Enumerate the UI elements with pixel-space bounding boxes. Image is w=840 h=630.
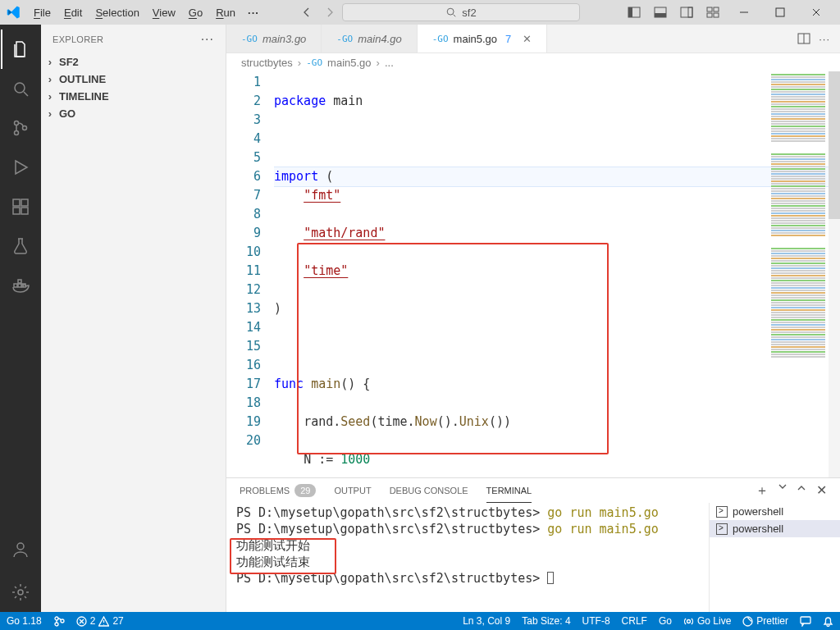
search-text: sf2 <box>462 7 476 19</box>
svg-rect-7 <box>707 7 712 11</box>
status-language[interactable]: Go <box>659 615 672 627</box>
terminal[interactable]: PS D:\mysetup\gopath\src\sf2\structbytes… <box>226 503 709 612</box>
status-feedback-icon[interactable] <box>800 615 811 627</box>
menu-view[interactable]: View <box>147 4 181 21</box>
svg-rect-18 <box>21 208 28 214</box>
status-problems[interactable]: 2 27 <box>76 615 124 627</box>
tree-outline[interactable]: ›OUTLINE <box>41 71 226 88</box>
explorer-more-icon[interactable]: ··· <box>201 32 214 47</box>
tab-more-icon[interactable]: ··· <box>819 33 830 45</box>
layout-right-icon[interactable] <box>674 3 699 21</box>
svg-rect-33 <box>801 617 810 623</box>
menu-run[interactable]: Run <box>210 4 241 21</box>
layout-sidebar-icon[interactable] <box>622 3 646 21</box>
editor-tabs: -GOmain3.go -GOmain4.go -GOmain5.go7✕ ··… <box>226 25 840 53</box>
activity-explorer-icon[interactable] <box>1 30 40 69</box>
status-bar: Go 1.18 2 27 Ln 3, Col 9 Tab Size: 4 UTF… <box>0 612 840 630</box>
svg-rect-10 <box>714 13 719 17</box>
activity-extensions-icon[interactable] <box>1 187 40 226</box>
status-eol[interactable]: CRLF <box>622 615 647 627</box>
status-prettier[interactable]: Prettier <box>742 615 788 627</box>
code-editor[interactable]: 1234567891011121314151617181920 package … <box>226 71 840 477</box>
editor-group: -GOmain3.go -GOmain4.go -GOmain5.go7✕ ··… <box>226 25 840 612</box>
menu-go[interactable]: Go <box>183 4 208 21</box>
status-git-graph[interactable] <box>53 615 65 627</box>
svg-rect-21 <box>18 284 21 287</box>
svg-rect-16 <box>13 199 20 206</box>
activity-account-icon[interactable] <box>1 530 40 569</box>
search-input[interactable]: sf2 <box>342 3 580 21</box>
svg-point-0 <box>447 8 454 15</box>
line-gutter: 1234567891011121314151617181920 <box>226 71 274 477</box>
panel-close-icon[interactable]: ✕ <box>816 482 827 500</box>
activity-settings-icon[interactable] <box>1 573 40 612</box>
status-cursor-pos[interactable]: Ln 3, Col 9 <box>463 615 510 627</box>
svg-point-12 <box>15 83 25 93</box>
menu-selection[interactable]: Selection <box>89 4 144 21</box>
terminal-entry[interactable]: powershell <box>710 520 840 537</box>
panel-tab-problems[interactable]: PROBLEMS29 <box>240 478 316 503</box>
svg-rect-17 <box>13 208 20 214</box>
scrollbar[interactable] <box>829 71 840 477</box>
status-encoding[interactable]: UTF-8 <box>582 615 610 627</box>
nav-back-icon[interactable] <box>296 3 317 21</box>
panel-maximize-icon[interactable] <box>797 482 806 500</box>
status-go-version[interactable]: Go 1.18 <box>7 615 42 627</box>
svg-point-14 <box>15 131 19 135</box>
menu-more[interactable]: ··· <box>243 3 264 22</box>
svg-rect-2 <box>628 7 632 17</box>
window-close-icon[interactable] <box>799 0 833 25</box>
close-icon[interactable]: ✕ <box>523 33 532 45</box>
terminal-new-icon[interactable]: ＋ <box>756 482 769 500</box>
tree-folder-sf2[interactable]: ›SF2 <box>41 53 226 71</box>
svg-point-24 <box>17 543 24 550</box>
go-file-icon: -GO <box>306 57 322 68</box>
svg-rect-9 <box>707 13 712 17</box>
svg-point-15 <box>23 126 27 130</box>
window-minimize-icon[interactable] <box>727 0 761 25</box>
svg-point-25 <box>18 590 23 595</box>
tab-main5[interactable]: -GOmain5.go7✕ <box>418 25 548 52</box>
layout-panel-icon[interactable] <box>648 3 673 21</box>
menu-file[interactable]: File <box>28 4 57 21</box>
tree-timeline[interactable]: ›TIMELINE <box>41 88 226 105</box>
svg-rect-4 <box>655 13 666 17</box>
code-area[interactable]: package main import ( "fmt" "math/rand" … <box>274 71 840 477</box>
svg-rect-5 <box>681 7 692 17</box>
terminal-icon <box>716 523 728 535</box>
vscode-logo-icon <box>7 5 21 20</box>
status-bell-icon[interactable] <box>823 616 833 627</box>
activity-scm-icon[interactable] <box>1 108 40 148</box>
terminal-icon <box>716 506 728 518</box>
tab-main3[interactable]: -GOmain3.go <box>226 25 322 52</box>
status-tab-size[interactable]: Tab Size: 4 <box>522 615 570 627</box>
svg-rect-20 <box>14 284 17 287</box>
terminal-list: powershell powershell <box>709 503 840 612</box>
activity-beaker-icon[interactable] <box>1 226 40 266</box>
go-file-icon: -GO <box>336 34 353 44</box>
status-go-live[interactable]: Go Live <box>683 615 731 627</box>
terminal-entry[interactable]: powershell <box>710 503 840 520</box>
tree-go[interactable]: ›GO <box>41 105 226 122</box>
window-maximize-icon[interactable] <box>763 0 797 25</box>
title-bar: File Edit Selection View Go Run ··· sf2 <box>0 0 840 25</box>
activity-search-icon[interactable] <box>1 69 40 108</box>
nav-forward-icon[interactable] <box>319 3 340 21</box>
activity-docker-icon[interactable] <box>1 266 40 305</box>
panel-tab-terminal[interactable]: TERMINAL <box>486 478 532 503</box>
go-file-icon: -GO <box>432 34 449 44</box>
terminal-split-dropdown-icon[interactable] <box>778 482 787 500</box>
layout-custom-icon[interactable] <box>701 3 725 21</box>
panel-tab-debug[interactable]: DEBUG CONSOLE <box>390 478 468 503</box>
minimap[interactable] <box>768 71 829 477</box>
panel-tab-output[interactable]: OUTPUT <box>334 478 371 503</box>
menu-edit[interactable]: Edit <box>58 4 88 21</box>
svg-point-27 <box>55 617 58 620</box>
breadcrumbs[interactable]: structbytes› -GOmain5.go› ... <box>226 53 840 71</box>
svg-rect-11 <box>776 8 784 16</box>
panel: PROBLEMS29 OUTPUT DEBUG CONSOLE TERMINAL… <box>226 477 840 612</box>
split-editor-icon[interactable] <box>797 32 810 45</box>
tab-main4[interactable]: -GOmain4.go <box>322 25 417 52</box>
activity-debug-icon[interactable] <box>1 148 40 187</box>
explorer-sidebar: EXPLORER ··· ›SF2 ›OUTLINE ›TIMELINE ›GO <box>41 25 226 612</box>
